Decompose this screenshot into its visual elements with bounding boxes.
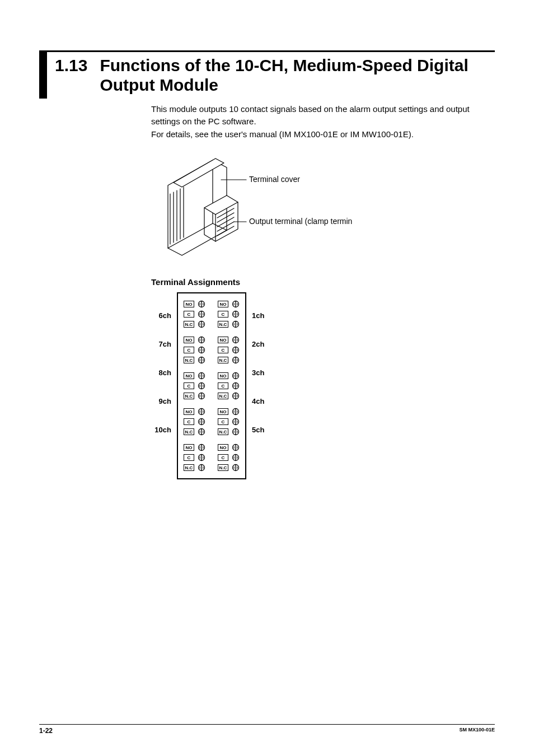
callout-output-terminal: Output terminal (clamp terminal) <box>249 217 353 226</box>
screw-icon <box>232 418 240 426</box>
contact-tag: C <box>218 454 228 461</box>
screw-icon <box>198 310 205 318</box>
terminal-assignments-diagram: 6ch 7ch 8ch 9ch 10ch NO C N.C NO C N.C <box>151 292 495 479</box>
terminal-panel: NO C N.C NO C N.C NO C N.C NO C N.C <box>177 292 246 479</box>
terminal-group: NO C N.C <box>218 336 240 364</box>
screw-icon <box>198 464 205 472</box>
ch-label: 9ch <box>159 397 171 405</box>
screw-icon <box>232 356 240 364</box>
contact-tag: NO <box>184 408 194 415</box>
contact-tag: C <box>184 382 194 389</box>
module-illustration: Terminal cover Output terminal (clamp te… <box>151 152 495 266</box>
section-heading: 1.13 Functions of the 10-CH, Medium-Spee… <box>39 50 495 99</box>
screw-icon <box>198 356 205 364</box>
contact-tag: NO <box>218 408 228 415</box>
terminal-group: NO C N.C <box>184 444 205 472</box>
ch-label: 10ch <box>154 426 171 434</box>
terminal-group: NO C N.C <box>218 372 240 400</box>
document-id: SM MX100-01E <box>459 727 495 735</box>
contact-tag: NO <box>218 372 228 379</box>
terminal-group: NO C N.C <box>218 408 240 436</box>
right-channel-labels: 1ch 2ch 3ch 4ch 5ch <box>252 292 272 434</box>
terminal-group: NO C N.C <box>184 300 205 328</box>
contact-tag: C <box>184 454 194 461</box>
contact-tag: NO <box>184 301 194 307</box>
contact-tag: N.C <box>218 357 228 363</box>
contact-tag: C <box>184 418 194 425</box>
screw-icon <box>232 454 240 461</box>
ch-label: 2ch <box>252 340 264 348</box>
body-text: This module outputs 10 contact signals b… <box>151 103 495 141</box>
contact-tag: N.C <box>218 321 228 328</box>
callout-terminal-cover: Terminal cover <box>249 175 300 184</box>
screw-icon <box>232 464 240 472</box>
screw-icon <box>198 454 205 461</box>
screw-icon <box>232 300 240 308</box>
contact-tag: C <box>218 311 228 318</box>
screw-icon <box>232 382 240 390</box>
contact-tag: N.C <box>184 428 194 435</box>
screw-icon <box>232 346 240 354</box>
screw-icon <box>232 444 240 451</box>
contact-tag: C <box>218 418 228 425</box>
screw-icon <box>198 346 205 354</box>
screw-icon <box>198 320 205 328</box>
contact-tag: N.C <box>218 464 228 471</box>
page-number: 1-22 <box>39 727 53 735</box>
subheading-terminal-assignments: Terminal Assignments <box>151 277 495 287</box>
contact-tag: N.C <box>184 393 194 399</box>
contact-tag: NO <box>184 444 194 451</box>
screw-icon <box>198 418 205 426</box>
ch-label: 6ch <box>159 311 171 320</box>
paragraph-2: For details, see the user's manual (IM M… <box>151 128 495 141</box>
terminal-group: NO C N.C <box>184 372 205 400</box>
contact-tag: N.C <box>184 464 194 471</box>
ch-label: 3ch <box>252 368 264 377</box>
terminal-column-right: NO C N.C NO C N.C NO C N.C NO C N.C <box>218 300 240 472</box>
screw-icon <box>198 392 205 400</box>
contact-tag: NO <box>184 372 194 379</box>
screw-icon <box>232 408 240 416</box>
ch-label: 7ch <box>159 340 171 348</box>
contact-tag: NO <box>218 301 228 307</box>
contact-tag: NO <box>184 337 194 343</box>
contact-tag: N.C <box>184 357 194 363</box>
paragraph-1: This module outputs 10 contact signals b… <box>151 103 495 128</box>
page-footer: 1-22 SM MX100-01E <box>39 724 495 735</box>
terminal-group: NO C N.C <box>218 300 240 328</box>
contact-tag: N.C <box>218 428 228 435</box>
ch-label: 4ch <box>252 397 264 405</box>
ch-label: 8ch <box>159 368 171 377</box>
screw-icon <box>232 320 240 328</box>
screw-icon <box>232 392 240 400</box>
terminal-group: NO C N.C <box>184 336 205 364</box>
left-channel-labels: 6ch 7ch 8ch 9ch 10ch <box>151 292 171 434</box>
title-line-2: Output Module <box>100 76 218 94</box>
screw-icon <box>198 444 205 451</box>
contact-tag: C <box>184 311 194 318</box>
screw-icon <box>232 310 240 318</box>
screw-icon <box>232 336 240 344</box>
screw-icon <box>198 372 205 380</box>
screw-icon <box>198 408 205 416</box>
contact-tag: N.C <box>218 393 228 399</box>
terminal-group: NO C N.C <box>218 444 240 472</box>
screw-icon <box>232 428 240 436</box>
contact-tag: C <box>218 347 228 353</box>
section-number: 1.13 <box>55 56 87 75</box>
contact-tag: C <box>218 382 228 389</box>
screw-icon <box>232 372 240 380</box>
screw-icon <box>198 382 205 390</box>
ch-label: 5ch <box>252 426 264 434</box>
terminal-column-left: NO C N.C NO C N.C NO C N.C NO C N.C <box>184 300 205 472</box>
contact-tag: NO <box>218 337 228 343</box>
screw-icon <box>198 428 205 436</box>
terminal-group: NO C N.C <box>184 408 205 436</box>
screw-icon <box>198 336 205 344</box>
ch-label: 1ch <box>252 311 264 320</box>
title-line-1: Functions of the 10-CH, Medium-Speed Dig… <box>100 56 468 74</box>
screw-icon <box>198 300 205 308</box>
contact-tag: N.C <box>184 321 194 328</box>
contact-tag: NO <box>218 444 228 451</box>
contact-tag: C <box>184 347 194 353</box>
